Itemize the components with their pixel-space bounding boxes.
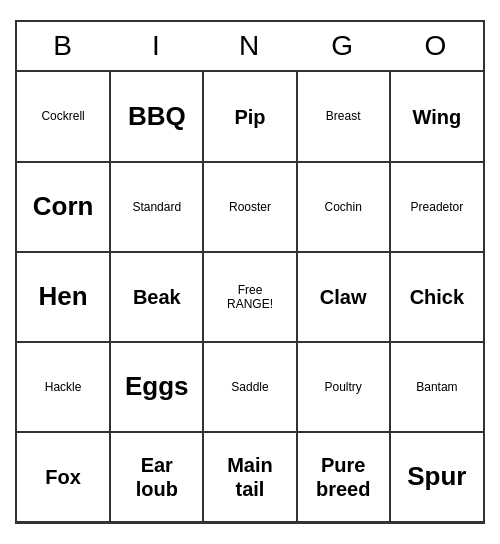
cell-text: Hen <box>39 281 88 312</box>
bingo-cell-2-1: Beak <box>110 252 203 342</box>
bingo-cell-3-2: Saddle <box>203 342 296 432</box>
bingo-cell-2-0: Hen <box>17 252 110 342</box>
bingo-cell-1-4: Preadetor <box>390 162 483 252</box>
bingo-header-cell: I <box>110 22 203 70</box>
cell-text: Beak <box>133 285 181 309</box>
cell-text: Hackle <box>45 380 82 394</box>
cell-text: Standard <box>132 200 181 214</box>
cell-text: Pip <box>234 105 265 129</box>
cell-text: Corn <box>33 191 94 222</box>
bingo-cell-4-3: Purebreed <box>297 432 390 522</box>
cell-text: Earloub <box>136 453 178 501</box>
bingo-cell-0-2: Pip <box>203 72 296 162</box>
bingo-cell-1-0: Corn <box>17 162 110 252</box>
cell-text: Claw <box>320 285 367 309</box>
bingo-cell-4-1: Earloub <box>110 432 203 522</box>
cell-text: Wing <box>413 105 462 129</box>
cell-text: Rooster <box>229 200 271 214</box>
cell-text: BBQ <box>128 101 186 132</box>
cell-text: Spur <box>407 461 466 492</box>
cell-text: Cochin <box>325 200 362 214</box>
cell-text: Chick <box>410 285 464 309</box>
cell-text: Breast <box>326 109 361 123</box>
bingo-cell-2-2: FreeRANGE! <box>203 252 296 342</box>
bingo-header-cell: G <box>297 22 390 70</box>
cell-text: Preadetor <box>411 200 464 214</box>
bingo-header-cell: O <box>390 22 483 70</box>
cell-text: Cockrell <box>41 109 84 123</box>
bingo-cell-1-1: Standard <box>110 162 203 252</box>
bingo-header-cell: N <box>203 22 296 70</box>
bingo-cell-1-3: Cochin <box>297 162 390 252</box>
bingo-cell-0-3: Breast <box>297 72 390 162</box>
bingo-cell-0-0: Cockrell <box>17 72 110 162</box>
bingo-header-cell: B <box>17 22 110 70</box>
bingo-cell-0-1: BBQ <box>110 72 203 162</box>
cell-text: Maintail <box>227 453 273 501</box>
cell-text: Poultry <box>325 380 362 394</box>
cell-text: FreeRANGE! <box>227 283 273 312</box>
cell-text: Fox <box>45 465 81 489</box>
bingo-cell-3-1: Eggs <box>110 342 203 432</box>
cell-text: Purebreed <box>316 453 370 501</box>
bingo-cell-4-4: Spur <box>390 432 483 522</box>
bingo-header: BINGO <box>17 22 483 72</box>
bingo-cell-4-2: Maintail <box>203 432 296 522</box>
bingo-grid: CockrellBBQPipBreastWingCornStandardRoos… <box>17 72 483 522</box>
bingo-cell-3-3: Poultry <box>297 342 390 432</box>
bingo-cell-0-4: Wing <box>390 72 483 162</box>
bingo-cell-2-3: Claw <box>297 252 390 342</box>
cell-text: Eggs <box>125 371 189 402</box>
bingo-cell-3-4: Bantam <box>390 342 483 432</box>
cell-text: Saddle <box>231 380 268 394</box>
cell-text: Bantam <box>416 380 457 394</box>
bingo-cell-3-0: Hackle <box>17 342 110 432</box>
bingo-cell-4-0: Fox <box>17 432 110 522</box>
bingo-cell-2-4: Chick <box>390 252 483 342</box>
bingo-cell-1-2: Rooster <box>203 162 296 252</box>
bingo-card: BINGO CockrellBBQPipBreastWingCornStanda… <box>15 20 485 524</box>
